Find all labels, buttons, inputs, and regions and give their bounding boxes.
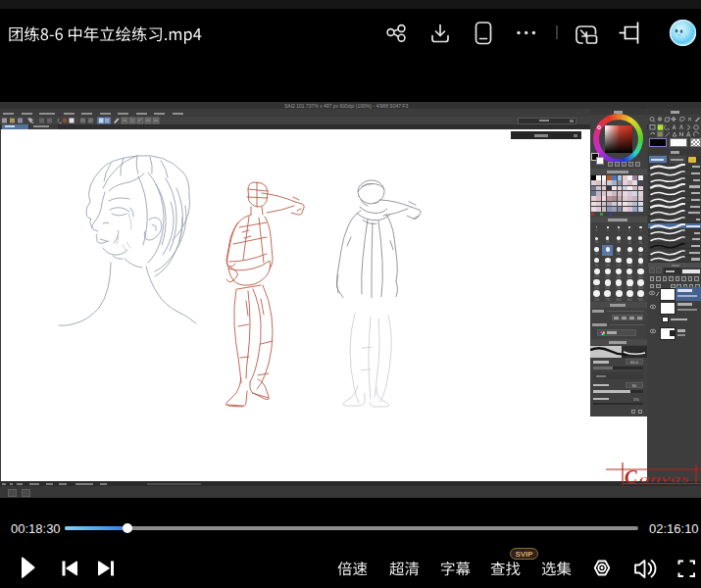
svg-text:anvas: anvas [639, 472, 689, 484]
svg-text:C: C [625, 466, 637, 487]
